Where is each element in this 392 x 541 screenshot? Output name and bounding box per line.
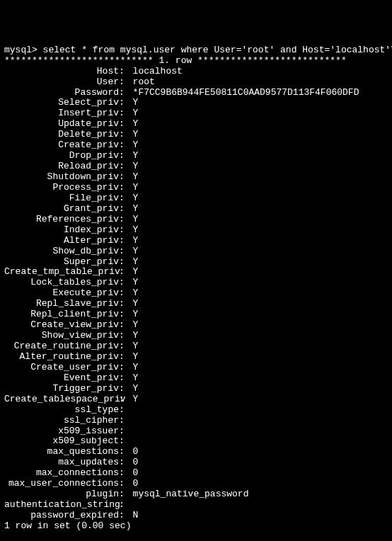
field-row: Show_view_priv: Y [4, 331, 388, 341]
field-value: Y [133, 204, 139, 215]
field-label: Alter_priv [4, 236, 119, 246]
field-separator: : [119, 500, 133, 511]
field-label: x509_issuer [4, 426, 119, 437]
field-row: Super_priv: Y [4, 257, 388, 268]
field-separator: : [119, 479, 133, 489]
field-separator: : [119, 384, 133, 394]
field-row: x509_issuer: [4, 426, 388, 437]
field-row: User: root [4, 77, 388, 88]
field-value: Y [133, 151, 139, 161]
field-value: Y [133, 193, 139, 204]
field-value: Y [133, 140, 139, 151]
field-value: Y [133, 299, 139, 309]
field-label: Reload_priv [4, 161, 119, 172]
field-row: password_expired: N [4, 511, 388, 521]
field-label: Password [4, 88, 119, 98]
field-separator: : [119, 436, 133, 447]
field-separator: : [119, 363, 133, 373]
field-value: Y [133, 119, 139, 130]
field-row: Update_priv: Y [4, 119, 388, 130]
field-row: Drop_priv: Y [4, 151, 388, 161]
field-row: Password: *F7CC9B6B944FE50811C0AAD9577D1… [4, 88, 388, 98]
field-label: max_connections [4, 468, 119, 479]
field-separator: : [119, 183, 133, 193]
field-separator: : [119, 405, 133, 416]
field-row: ssl_cipher: [4, 416, 388, 426]
field-row: Grant_priv: Y [4, 204, 388, 215]
field-label: max_user_connections [4, 479, 119, 489]
field-label: max_questions [4, 447, 119, 457]
field-label: Shutdown_priv [4, 172, 119, 183]
field-separator: : [119, 130, 133, 140]
field-value: Y [133, 363, 139, 373]
field-value: mysql_native_password [133, 489, 249, 500]
field-separator: : [119, 77, 133, 88]
field-label: Create_tmp_table_priv [4, 267, 119, 278]
field-value: Y [133, 352, 139, 363]
field-separator: : [119, 394, 133, 405]
field-separator: : [119, 468, 133, 479]
field-row: plugin: mysql_native_password [4, 489, 388, 500]
field-label: Show_db_priv [4, 246, 119, 257]
field-row: Select_priv: Y [4, 98, 388, 108]
field-value: 0 [133, 447, 139, 457]
field-separator: : [119, 278, 133, 288]
field-separator: : [119, 88, 133, 98]
field-separator: : [119, 416, 133, 426]
field-label: Repl_client_priv [4, 309, 119, 320]
field-row: ssl_type: [4, 405, 388, 416]
field-label: authentication_string [4, 500, 119, 511]
field-value: Y [133, 98, 139, 108]
field-row: Alter_routine_priv: Y [4, 352, 388, 363]
field-row: Create_tmp_table_priv: Y [4, 267, 388, 278]
field-separator: : [119, 309, 133, 320]
field-separator: : [119, 373, 133, 384]
field-separator: : [119, 161, 133, 172]
field-value: Y [133, 236, 139, 246]
field-row: max_questions: 0 [4, 447, 388, 457]
field-separator: : [119, 236, 133, 246]
field-value: Y [133, 288, 139, 299]
terminal-output: mysql> select * from mysql.user where Us… [4, 45, 388, 541]
field-separator: : [119, 320, 133, 331]
field-label: plugin [4, 489, 119, 500]
field-label: Create_view_priv [4, 320, 119, 331]
field-separator: : [119, 257, 133, 268]
field-value: Y [133, 384, 139, 394]
field-row: max_updates: 0 [4, 457, 388, 468]
field-row: Insert_priv: Y [4, 108, 388, 119]
field-row: References_priv: Y [4, 215, 388, 225]
field-label: ssl_type [4, 405, 119, 416]
field-separator: : [119, 204, 133, 215]
field-label: Show_view_priv [4, 331, 119, 341]
field-label: File_priv [4, 193, 119, 204]
field-separator: : [119, 267, 133, 278]
field-value: Y [133, 341, 139, 352]
field-label: Create_routine_priv [4, 341, 119, 352]
field-label: x509_subject [4, 436, 119, 447]
field-label: References_priv [4, 215, 119, 225]
field-separator: : [119, 140, 133, 151]
field-row: Create_tablespace_priv: Y [4, 394, 388, 405]
field-label: ssl_cipher [4, 416, 119, 426]
field-value: 0 [133, 468, 139, 479]
field-row: Show_db_priv: Y [4, 246, 388, 257]
field-label: Index_priv [4, 225, 119, 236]
field-value: Y [133, 373, 139, 384]
field-separator: : [119, 151, 133, 161]
field-row: Delete_priv: Y [4, 130, 388, 140]
field-row: authentication_string: [4, 500, 388, 511]
field-row: Create_routine_priv: Y [4, 341, 388, 352]
field-row: Alter_priv: Y [4, 236, 388, 246]
blank-line [4, 532, 388, 541]
field-label: Create_user_priv [4, 363, 119, 373]
row-separator: *************************** 1. row *****… [4, 56, 388, 67]
sql-query-line: mysql> select * from mysql.user where Us… [4, 45, 388, 56]
field-row: Trigger_priv: Y [4, 384, 388, 394]
field-row: max_user_connections: 0 [4, 479, 388, 489]
field-label: Repl_slave_priv [4, 299, 119, 309]
field-row: Host: localhost [4, 67, 388, 77]
rows-summary: 1 row in set (0.00 sec) [4, 521, 388, 532]
field-row: Process_priv: Y [4, 183, 388, 193]
field-value: *F7CC9B6B944FE50811C0AAD9577D113F4F060DF… [133, 88, 359, 98]
